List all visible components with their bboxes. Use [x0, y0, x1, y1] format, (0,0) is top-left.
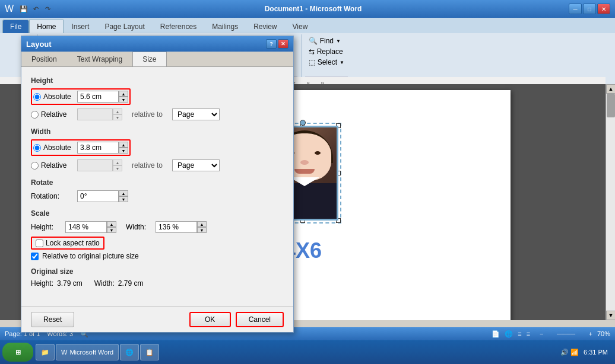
height-rel-spin-up: ▲: [113, 108, 122, 114]
height-spin-down[interactable]: ▼: [119, 97, 128, 103]
width-relative-spin: ▲ ▼: [77, 159, 122, 171]
dialog-body: Height Absolute ▲ ▼: [21, 67, 293, 304]
width-relative-text: Relative: [41, 161, 66, 170]
taskbar-items: 📁 W Microsoft Word 🌐 📋: [36, 344, 556, 360]
dialog-title-buttons: ? ✕: [266, 39, 289, 49]
tab-position[interactable]: Position: [21, 52, 67, 66]
reset-btn[interactable]: Reset: [31, 312, 74, 327]
taskbar-right: 🔊 📶 6:31 PM: [556, 349, 613, 356]
scale-width-spin-btns: ▲ ▼: [197, 221, 207, 233]
taskbar-word[interactable]: W Microsoft Word: [56, 344, 119, 360]
scale-width-up[interactable]: ▲: [197, 221, 207, 227]
orig-size-row: Height: 3.79 cm Width: 2.79 cm: [31, 279, 284, 288]
height-absolute-radio-label[interactable]: Absolute: [33, 92, 75, 101]
width-absolute-input[interactable]: [77, 142, 119, 154]
orig-size-section: Original size Height: 3.79 cm Width: 2.7…: [31, 267, 284, 288]
ok-btn[interactable]: OK: [189, 312, 231, 327]
word-icon: W: [61, 349, 67, 356]
width-relative-radio-label[interactable]: Relative: [31, 161, 72, 170]
orig-size-label: Original size: [31, 267, 284, 276]
width-absolute-radio-label[interactable]: Absolute: [33, 143, 75, 152]
width-rel-spin-btns: ▲ ▼: [113, 159, 122, 171]
height-absolute-row: Absolute ▲ ▼: [31, 88, 284, 105]
width-spin-up[interactable]: ▲: [119, 142, 128, 148]
height-relative-radio-label[interactable]: Relative: [31, 110, 72, 119]
scale-height-input[interactable]: [65, 221, 107, 233]
width-absolute-highlight: Absolute ▲ ▼: [31, 139, 131, 156]
width-relative-radio[interactable]: [31, 162, 39, 170]
layout-dialog: Layout ? ✕ Position Text Wrapping Size H…: [21, 36, 294, 333]
scale-height-up[interactable]: ▲: [107, 221, 116, 227]
relative-original-checkbox[interactable]: [31, 253, 39, 260]
dialog-close-btn[interactable]: ✕: [278, 39, 289, 49]
height-section: Height Absolute ▲ ▼: [31, 76, 284, 120]
width-absolute-radio[interactable]: [33, 144, 41, 152]
height-rel-spin-btns: ▲ ▼: [113, 108, 122, 120]
height-absolute-radio[interactable]: [33, 93, 41, 101]
scale-height-spin-btns: ▲ ▼: [107, 221, 116, 233]
dialog-overlay: Layout ? ✕ Position Text Wrapping Size H…: [0, 0, 615, 340]
taskbar-icons: 🔊 📶: [560, 349, 579, 356]
relative-original-row: Relative to original picture size: [31, 252, 284, 260]
orig-width-field: Width: 2.79 cm: [94, 279, 144, 288]
width-rel-spin-down: ▼: [113, 165, 122, 171]
width-rel-to-label: relative to: [132, 161, 163, 170]
dialog-help-btn[interactable]: ?: [266, 39, 277, 49]
width-rel-to-select[interactable]: Page: [172, 159, 220, 171]
taskbar-chrome[interactable]: 🌐: [120, 344, 139, 360]
system-clock: 6:31 PM: [584, 349, 608, 356]
taskbar-explorer[interactable]: 📁: [36, 344, 55, 360]
tab-text-wrapping[interactable]: Text Wrapping: [67, 52, 132, 66]
width-label: Width: [31, 127, 284, 136]
height-absolute-highlight: Absolute ▲ ▼: [31, 88, 131, 105]
lock-aspect-highlight: Lock aspect ratio: [31, 237, 104, 250]
scale-height-label: Height:: [31, 223, 61, 231]
height-label: Height: [31, 76, 284, 85]
extra-icon: 📋: [145, 349, 154, 356]
height-absolute-spin: ▲ ▼: [77, 91, 128, 103]
height-relative-spin: ▲ ▼: [77, 108, 122, 120]
rotation-spin-up[interactable]: ▲: [119, 190, 128, 196]
height-absolute-input[interactable]: [77, 91, 119, 103]
scale-width-input[interactable]: [156, 221, 197, 233]
rotation-input[interactable]: [77, 190, 119, 202]
height-rel-to-select[interactable]: Page: [172, 108, 220, 120]
height-absolute-text: Absolute: [43, 92, 71, 101]
scale-height-down[interactable]: ▼: [107, 227, 116, 233]
taskbar-extra[interactable]: 📋: [140, 344, 159, 360]
width-relative-row: Relative ▲ ▼ relative to Page: [31, 159, 284, 171]
scale-label: Scale: [31, 209, 284, 218]
scale-width-down[interactable]: ▼: [197, 227, 207, 233]
cancel-btn[interactable]: Cancel: [236, 312, 284, 327]
rotation-spin-down[interactable]: ▼: [119, 196, 128, 202]
orig-height-label: Height:: [31, 279, 53, 288]
height-relative-row: Relative ▲ ▼ relative to Page: [31, 108, 284, 120]
lock-aspect-checkbox[interactable]: [36, 240, 43, 247]
relative-original-label: Relative to original picture size: [42, 252, 139, 260]
rotate-section: Rotate Rotation: ▲ ▼: [31, 178, 284, 202]
scale-height-spin: ▲ ▼: [65, 221, 116, 233]
chrome-icon: 🌐: [125, 349, 134, 356]
dialog-tabs: Position Text Wrapping Size: [21, 52, 293, 67]
width-rel-spin-up: ▲: [113, 159, 122, 165]
height-relative-radio[interactable]: [31, 111, 39, 119]
clock-time: 6:31 PM: [584, 349, 608, 356]
height-spin-up[interactable]: ▲: [119, 91, 128, 97]
taskbar: ⊞ 📁 W Microsoft Word 🌐 📋 🔊 📶 6:31 PM: [0, 340, 615, 364]
explorer-icon: 📁: [41, 349, 49, 356]
tab-size[interactable]: Size: [132, 52, 166, 66]
width-absolute-row: Absolute ▲ ▼: [31, 139, 284, 156]
lock-aspect-label: Lock aspect ratio: [46, 239, 100, 247]
height-spin-btns: ▲ ▼: [119, 91, 128, 103]
start-button[interactable]: ⊞: [2, 343, 33, 362]
rotation-spin: ▲ ▼: [77, 190, 128, 202]
width-spin-down[interactable]: ▼: [119, 148, 128, 154]
scale-width-spin: ▲ ▼: [156, 221, 207, 233]
lock-aspect-row: Lock aspect ratio: [31, 237, 284, 250]
width-absolute-spin: ▲ ▼: [77, 142, 128, 154]
scale-section: Scale Height: ▲ ▼ Width:: [31, 209, 284, 260]
width-absolute-text: Absolute: [43, 143, 71, 152]
height-relative-text: Relative: [41, 110, 66, 119]
orig-height-field: Height: 3.79 cm: [31, 279, 83, 288]
width-relative-input: [77, 159, 113, 171]
